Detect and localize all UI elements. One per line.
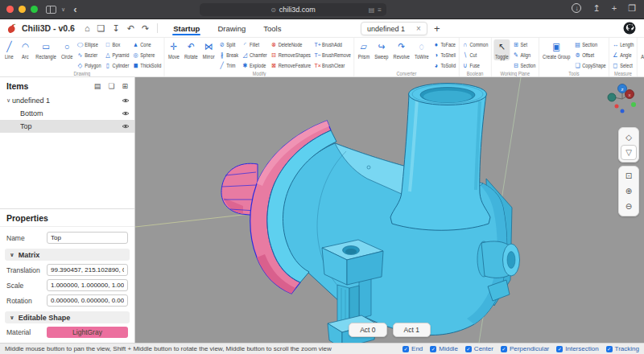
save-icon[interactable]: ↧ [112, 23, 119, 34]
axis-y-ball[interactable] [608, 93, 616, 101]
reader-mode-icon[interactable]: ≡ [378, 6, 382, 14]
trim-button[interactable]: ╱Trim [218, 60, 239, 71]
sidebar-toggle-icon[interactable] [46, 6, 56, 14]
sweep-button[interactable]: ↪Sweep [373, 39, 390, 60]
name-field[interactable] [47, 232, 128, 244]
translation-field[interactable] [47, 264, 128, 276]
prism-button[interactable]: ▱Prism [357, 39, 371, 60]
toshell-button[interactable]: ◑ToShell [432, 50, 456, 60]
removefeature-button[interactable]: ⊠RemoveFeature [270, 60, 312, 71]
checkbox-icon[interactable]: ✓ [501, 346, 507, 352]
brushadd-button[interactable]: T+BrushAdd [314, 39, 352, 50]
section-button[interactable]: ⊟Section [512, 60, 536, 71]
polygon-button[interactable]: ◇Polygon [76, 60, 102, 71]
github-icon[interactable] [623, 22, 636, 35]
expand-icon[interactable]: ⊞ [122, 82, 128, 90]
select-button[interactable]: ◻Select [612, 60, 635, 71]
cut-button[interactable]: ∖Cut [461, 50, 489, 60]
arc-button[interactable]: ◠Arc [19, 39, 32, 60]
visibility-eye-icon[interactable] [122, 110, 130, 117]
axis-neg-y-dot[interactable] [631, 102, 636, 107]
cone-button[interactable]: ▲Cone [132, 39, 162, 50]
privacy-report-icon[interactable]: ▤ [369, 6, 375, 14]
snap-tracking[interactable]: ✓Tracking [606, 345, 639, 352]
tab-tools[interactable]: Tools [256, 21, 288, 35]
address-bar[interactable]: ⊙ chili3d.com ▤ ≡ [200, 3, 386, 16]
close-document-icon[interactable]: × [416, 24, 421, 33]
break-button[interactable]: ∦Break [218, 50, 239, 60]
zoom-out-button[interactable]: ⊖ [621, 199, 637, 214]
rotate-button[interactable]: ↶Rotate [183, 39, 199, 60]
tab-startup[interactable]: Startup [166, 21, 207, 35]
snap-perpendicular[interactable]: ✓Perpendicular [501, 345, 549, 352]
shading-mode-button[interactable]: ▽ [621, 145, 637, 160]
editable-shape-section-header[interactable]: ∨ Editable Shape [5, 311, 130, 323]
minimize-window-button[interactable] [19, 6, 26, 13]
split-button[interactable]: ⊘Split [218, 39, 239, 50]
site-settings-icon[interactable]: ⊙ [270, 6, 276, 14]
document-tab[interactable]: undefined 1 × [361, 22, 427, 35]
checkbox-icon[interactable]: ✓ [465, 346, 472, 352]
section-button[interactable]: ▤Section [574, 39, 607, 50]
fillet-button[interactable]: ◜Fillet [242, 39, 268, 50]
zoom-window-button[interactable] [31, 6, 38, 13]
act-1-button[interactable]: Act 1 [393, 323, 431, 337]
fuse-button[interactable]: ∪Fuse [461, 60, 489, 71]
home-icon[interactable]: ⌂ [85, 23, 90, 34]
create-group-button[interactable]: ▣Create Group [541, 39, 572, 60]
chevron-down-icon[interactable]: ∨ [61, 6, 65, 13]
brushclear-button[interactable]: T×BrushClear [314, 60, 352, 71]
zoom-in-button[interactable]: ⊕ [621, 183, 637, 199]
angle-button[interactable]: ∠Angle [612, 50, 635, 60]
snap-center[interactable]: ✓Center [465, 345, 493, 352]
matrix-section-header[interactable]: ∨ Matrix [5, 249, 130, 261]
new-tab-button[interactable]: + [612, 3, 617, 13]
tree-item-bottom[interactable]: Bottom [0, 107, 134, 120]
redo-icon[interactable]: ↷ [142, 23, 149, 34]
fit-view-button[interactable]: ⊡ [621, 168, 637, 183]
checkbox-icon[interactable]: ✓ [402, 346, 409, 352]
explode-button[interactable]: ✱Explode [242, 60, 268, 71]
act-0-button[interactable]: Act 0 [349, 323, 386, 337]
copyshape-button[interactable]: ❏CopyShape [574, 60, 607, 71]
axis-neg-x-dot[interactable] [615, 105, 619, 109]
rectangle-button[interactable]: ▭Rectangle [35, 39, 58, 60]
close-window-button[interactable] [6, 6, 14, 13]
expand-caret-icon[interactable]: ∨ [5, 97, 12, 104]
snap-end[interactable]: ✓End [402, 345, 423, 352]
deletenode-button[interactable]: ⊗DeleteNode [270, 39, 312, 50]
tree-item-top[interactable]: Top [0, 120, 134, 133]
common-button[interactable]: ∩Common [461, 39, 489, 50]
tab-drawing[interactable]: Drawing [210, 21, 253, 35]
thicksolid-button[interactable]: ◼ThickSolid [132, 60, 162, 71]
pyramid-button[interactable]: △Pyramid [104, 50, 130, 60]
tab-overview-icon[interactable]: ❐ [628, 3, 636, 13]
material-button[interactable]: LightGray [47, 327, 128, 338]
tosolid-button[interactable]: ◕ToSolid [432, 60, 456, 71]
back-button[interactable]: ‹ [73, 6, 76, 14]
model-3d[interactable] [135, 77, 644, 343]
checkbox-icon[interactable]: ✓ [556, 346, 563, 352]
offset-button[interactable]: ⊚Offset [574, 50, 607, 60]
navigation-gizmo[interactable]: z x [597, 80, 639, 117]
model-top-cylinder[interactable] [390, 84, 490, 231]
model-side-port[interactable] [477, 241, 520, 278]
cylinder-button[interactable]: ▯Cylinder [104, 60, 130, 71]
checkbox-icon[interactable]: ✓ [606, 346, 613, 352]
brushremove-button[interactable]: T−BrushRemove [314, 50, 352, 60]
duplicate-icon[interactable]: ❏ [108, 82, 114, 90]
removeshapes-button[interactable]: ⊟RemoveShapes [270, 50, 312, 60]
revolve-button[interactable]: ↷Revolve [392, 39, 411, 60]
visibility-eye-icon[interactable] [122, 123, 130, 130]
axis-neg-z-dot[interactable] [621, 109, 625, 113]
undo-icon[interactable]: ↶ [127, 23, 134, 34]
line-button[interactable]: ╱Line [2, 39, 16, 60]
downloads-icon[interactable]: ↓ [572, 3, 581, 13]
aligncamera-button[interactable]: ◉AlignCamera [639, 39, 644, 60]
viewport-3d[interactable]: z x ◇ ▽ ⊡ ⊕ ⊖ Act 0Act 1 [135, 77, 644, 343]
ellipse-button[interactable]: ◯Ellipse [76, 39, 102, 50]
box-button[interactable]: □Box [104, 39, 130, 50]
rotation-field[interactable] [47, 294, 128, 307]
add-document-button[interactable]: + [434, 23, 440, 35]
visibility-eye-icon[interactable] [122, 97, 130, 104]
